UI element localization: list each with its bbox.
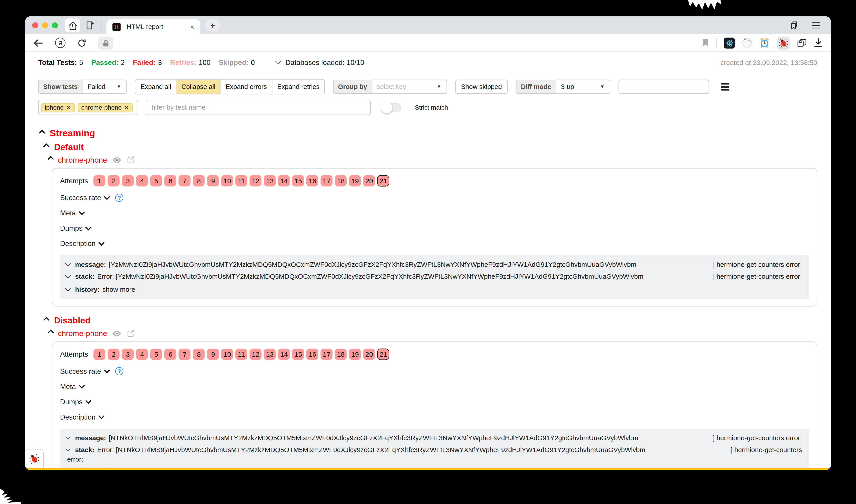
error-history-line[interactable]: history: show more	[67, 286, 802, 293]
error-message-line[interactable]: message: [YzMwNzI0Zi9jaHJvbWUtcGhvbmUsMT…	[67, 261, 802, 268]
attempt-pill-selected[interactable]: 21	[378, 348, 389, 360]
bookmark-flag-icon[interactable]	[702, 39, 709, 47]
attempt-pill[interactable]: 6	[164, 175, 176, 187]
attempt-pill[interactable]: 10	[221, 175, 233, 187]
dumps-row[interactable]: Dumps	[60, 224, 809, 232]
home-button[interactable]: 1	[65, 19, 80, 32]
view-test-eye-icon[interactable]	[112, 156, 122, 163]
attempt-pill[interactable]: 9	[207, 348, 219, 360]
chip-close-icon[interactable]: ✕	[66, 105, 71, 110]
attempt-pill[interactable]: 12	[250, 348, 262, 360]
attempt-pill[interactable]: 4	[136, 175, 148, 187]
help-icon[interactable]: ?	[115, 194, 123, 202]
attempt-pill[interactable]: 3	[122, 175, 134, 187]
new-tab-button[interactable]: +	[205, 19, 220, 32]
attempt-pill[interactable]: 18	[335, 348, 347, 360]
react-devtools-extension-icon[interactable]	[724, 37, 735, 48]
collapse-all-button[interactable]: Collapse all	[176, 80, 221, 94]
attempt-pill[interactable]: 18	[335, 175, 347, 187]
expand-all-button[interactable]: Expand all	[136, 80, 176, 94]
attempt-pill[interactable]: 14	[278, 348, 290, 360]
bug-extension-icon[interactable]	[777, 36, 790, 49]
success-rate-row[interactable]: Success rate ?	[60, 367, 809, 375]
description-row[interactable]: Description	[60, 413, 809, 421]
attempt-pill[interactable]: 15	[292, 348, 304, 360]
alarm-clock-extension-icon[interactable]	[759, 38, 770, 48]
back-icon[interactable]	[33, 39, 43, 47]
error-stack-line[interactable]: stack: Error: [NTNkOTRlMS9jaHJvbWUtcGhvb…	[67, 446, 802, 454]
attempt-pill[interactable]: 7	[179, 175, 191, 187]
strict-match-toggle[interactable]	[382, 103, 401, 112]
success-rate-row[interactable]: Success rate ?	[60, 194, 809, 202]
share-test-icon[interactable]	[127, 156, 136, 164]
databases-loaded-toggle[interactable]: Databases loaded: 10/10	[277, 58, 364, 67]
attempt-pill[interactable]: 19	[349, 348, 361, 360]
new-window-icon[interactable]	[86, 21, 95, 30]
minimize-window-button[interactable]	[42, 22, 48, 29]
attempt-pill[interactable]: 10	[221, 348, 233, 360]
show-more-link[interactable]: show more	[103, 286, 802, 293]
attempt-pill[interactable]: 12	[250, 175, 262, 187]
browser-row-chrome-phone[interactable]: chrome-phone	[38, 329, 817, 338]
fullscreen-window-button[interactable]	[52, 22, 58, 29]
suite-row-streaming[interactable]: Streaming	[38, 128, 817, 139]
report-menu-icon[interactable]	[721, 83, 729, 91]
attempt-pill[interactable]: 19	[349, 175, 361, 187]
browser-row-chrome-phone[interactable]: chrome-phone	[38, 156, 817, 164]
orbit-extension-icon[interactable]	[742, 38, 752, 48]
attempt-pill[interactable]: 8	[193, 348, 205, 360]
description-row[interactable]: Description	[60, 239, 809, 248]
view-test-eye-icon[interactable]	[112, 330, 122, 337]
help-icon[interactable]: ?	[115, 367, 123, 375]
attempt-pill-selected[interactable]: 21	[378, 175, 389, 187]
filter-chip-iphone[interactable]: iphone✕	[41, 103, 75, 112]
show-skipped-button[interactable]: Show skipped	[455, 80, 508, 94]
share-test-icon[interactable]	[127, 329, 136, 338]
diff-mode-select[interactable]: 3-up▼	[556, 80, 610, 94]
attempt-pill[interactable]: 3	[122, 348, 134, 360]
attempt-pill[interactable]: 14	[278, 175, 290, 187]
site-lock-button[interactable]	[98, 36, 113, 49]
meta-row[interactable]: Meta	[60, 382, 809, 390]
attempt-pill[interactable]: 11	[235, 175, 247, 187]
attempt-pill[interactable]: 4	[136, 348, 148, 360]
collections-icon[interactable]	[797, 38, 807, 47]
attempt-pill[interactable]: 5	[151, 348, 162, 360]
attempt-pill[interactable]: 13	[264, 175, 276, 187]
bookmarks-panel-icon[interactable]	[789, 21, 799, 30]
expand-errors-button[interactable]: Expand errors	[221, 80, 272, 94]
tab-close-icon[interactable]: ×	[190, 23, 194, 30]
attempt-pill[interactable]: 7	[179, 348, 191, 360]
show-tests-select[interactable]: Failed▼	[82, 80, 127, 94]
filter-by-test-name-input[interactable]	[146, 100, 371, 115]
attempt-pill[interactable]: 15	[292, 175, 304, 187]
reload-icon[interactable]	[77, 38, 86, 47]
attempt-pill[interactable]: 13	[264, 348, 276, 360]
filter-chip-chrome-phone[interactable]: chrome-phone✕	[77, 103, 133, 112]
attempt-pill[interactable]: 20	[363, 175, 375, 187]
download-icon[interactable]	[814, 38, 823, 48]
attempt-pill[interactable]: 2	[108, 348, 120, 360]
attempt-pill[interactable]: 16	[307, 348, 318, 360]
attempt-pill[interactable]: 6	[164, 348, 176, 360]
attempt-pill[interactable]: 1	[93, 175, 105, 187]
attempt-pill[interactable]: 8	[193, 175, 205, 187]
close-window-button[interactable]	[32, 22, 38, 29]
browser-filter-box[interactable]: iphone✕ chrome-phone✕	[38, 100, 138, 115]
browser-menu-icon[interactable]	[812, 22, 820, 29]
bug-report-floating-button[interactable]	[25, 449, 44, 468]
error-stack-line[interactable]: stack: Error: [YzMwNzI0Zi9jaHJvbWUtcGhvb…	[67, 273, 802, 280]
meta-row[interactable]: Meta	[60, 209, 809, 217]
attempt-pill[interactable]: 17	[320, 348, 332, 360]
yandex-search-icon[interactable]: Я	[55, 38, 65, 48]
attempt-pill[interactable]: 9	[207, 175, 219, 187]
attempt-pill[interactable]: 5	[151, 175, 162, 187]
suite-row-default[interactable]: Default	[38, 142, 817, 152]
attempt-pill[interactable]: 20	[363, 348, 375, 360]
group-by-select[interactable]: select key▼	[371, 80, 447, 94]
attempt-pill[interactable]: 11	[235, 348, 247, 360]
error-message-line[interactable]: message: [NTNkOTRlMS9jaHJvbWUtcGhvbmUsMT…	[67, 434, 802, 442]
suite-row-disabled[interactable]: Disabled	[38, 316, 817, 326]
attempt-pill[interactable]: 1	[93, 348, 105, 360]
search-input[interactable]	[618, 80, 709, 94]
